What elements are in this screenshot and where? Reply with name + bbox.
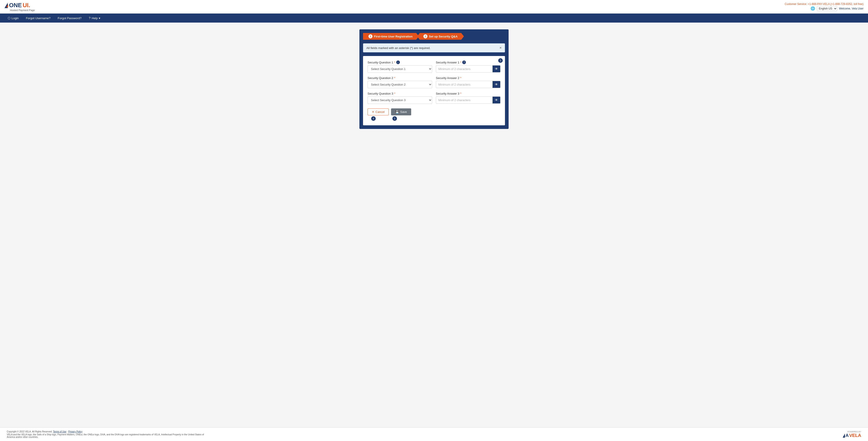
step-2-label: Set up Security Q&A bbox=[429, 35, 458, 38]
footer-text: Copyright © 2022 VELA. All Rights Reserv… bbox=[7, 430, 210, 438]
required-star-a1: * bbox=[460, 61, 461, 64]
form-row-1: Security Question 1 * i Select Security … bbox=[368, 61, 500, 73]
step-2: 2 Set up Security Q&A bbox=[417, 33, 464, 40]
security-answer-3-input[interactable] bbox=[436, 97, 493, 103]
security-answer-1-input[interactable] bbox=[436, 66, 493, 72]
badge-5: 5 bbox=[393, 116, 397, 121]
save-icon: 💾 bbox=[395, 110, 399, 113]
answer-1-label: Security Answer 1 * ? bbox=[436, 61, 500, 64]
language-select[interactable]: English US bbox=[817, 6, 837, 11]
logo-subtitle: Hosted Payment Page bbox=[10, 9, 35, 11]
steps-bar: 1 First-time User Registration 2 Set up … bbox=[363, 33, 505, 40]
answer-3-group: Security Answer 3 * 👁 bbox=[436, 92, 500, 104]
toggle-answer-3-visibility[interactable]: 👁 bbox=[493, 97, 500, 103]
cancel-icon: ✕ bbox=[372, 110, 374, 113]
logo-area: ONEUI. Hosted Payment Page bbox=[4, 2, 35, 11]
footer-description: VELA and the VELA logo, the Sails of a S… bbox=[7, 433, 210, 438]
answer-2-group: Security Answer 2 * 👁 bbox=[436, 76, 500, 88]
welcome-text: Welcome, Vela User bbox=[839, 7, 864, 10]
question-1-label: Security Question 1 * i bbox=[368, 61, 432, 64]
powered-by-text: POWERED BY bbox=[847, 431, 861, 433]
button-row: ✕ Cancel 💾 Save bbox=[368, 108, 500, 115]
nav-login[interactable]: ⬡ Login bbox=[4, 14, 22, 22]
footer-logo-area: POWERED BY A VELA bbox=[843, 431, 861, 438]
toggle-answer-1-visibility[interactable]: 👁 bbox=[493, 66, 500, 72]
nav-help[interactable]: ? Help ▾ bbox=[86, 14, 104, 22]
step-1-label: First-time User Registration bbox=[374, 35, 412, 38]
save-button[interactable]: 💾 Save bbox=[391, 108, 411, 115]
logo-eui-text: UI. bbox=[23, 2, 30, 9]
vela-logo-a: A bbox=[845, 433, 848, 438]
toggle-answer-2-visibility[interactable]: 👁 bbox=[493, 81, 500, 88]
privacy-link[interactable]: Privacy Policy bbox=[68, 430, 82, 433]
globe-icon: 🌐 bbox=[811, 6, 815, 11]
required-star-q2: * bbox=[394, 76, 395, 80]
answer-1-group: 3 Security Answer 1 * ? 👁 bbox=[436, 61, 500, 73]
security-question-2-select[interactable]: Select Security Question 2 bbox=[368, 81, 432, 88]
required-star-a2: * bbox=[460, 76, 461, 80]
footer: Copyright © 2022 VELA. All Rights Reserv… bbox=[0, 428, 868, 441]
alert-required-fields: All fields marked with an asterisk (*) a… bbox=[363, 43, 505, 53]
required-star-q3: * bbox=[394, 92, 395, 95]
terms-link[interactable]: Terms of Use bbox=[53, 430, 66, 433]
info-badge-q1[interactable]: i bbox=[396, 61, 400, 64]
form-row-2: Security Question 2 * Select Security Qu… bbox=[368, 76, 500, 88]
question-3-label: Security Question 3 * bbox=[368, 92, 432, 95]
question-2-label: Security Question 2 * bbox=[368, 76, 432, 80]
question-1-group: Security Question 1 * i Select Security … bbox=[368, 61, 432, 73]
vela-triangle-icon bbox=[843, 434, 845, 438]
button-badges: 4 5 bbox=[368, 116, 500, 121]
required-star-q1: * bbox=[394, 61, 395, 64]
vela-logo-text: VELA bbox=[849, 433, 861, 438]
step-1-num: 1 bbox=[368, 34, 373, 38]
logo-title: ONEUI. bbox=[4, 2, 30, 9]
nav-bar: ⬡ Login Forgot Username? Forgot Password… bbox=[0, 13, 868, 23]
security-question-1-select[interactable]: Select Security Question 1 bbox=[368, 65, 432, 73]
copyright-text: Copyright © 2022 VELA. All Rights Reserv… bbox=[7, 430, 53, 433]
answer-3-label: Security Answer 3 * bbox=[436, 92, 500, 95]
badge-4: 4 bbox=[371, 116, 376, 121]
logo-triangle-orange-icon bbox=[6, 4, 8, 7]
help-icon: ? bbox=[89, 16, 91, 20]
nav-forgot-password[interactable]: Forgot Password? bbox=[55, 15, 85, 22]
form-body: Security Question 1 * i Select Security … bbox=[363, 56, 505, 125]
top-bar: ONEUI. Hosted Payment Page Customer Serv… bbox=[0, 0, 868, 13]
security-question-3-select[interactable]: Select Security Question 3 bbox=[368, 96, 432, 104]
cancel-button[interactable]: ✕ Cancel bbox=[368, 108, 389, 115]
chevron-down-icon: ▾ bbox=[99, 16, 100, 20]
step-1: 1 First-time User Registration bbox=[363, 33, 419, 40]
counter-badge-3: 3 bbox=[498, 58, 503, 63]
answer-3-input-wrapper: 👁 bbox=[436, 96, 500, 104]
info-badge-a1[interactable]: ? bbox=[462, 61, 466, 64]
top-right-area: Customer Service: +1-888-PAY-VELA (+1-88… bbox=[784, 2, 864, 11]
answer-1-input-wrapper: 👁 bbox=[436, 65, 500, 72]
step-2-num: 2 bbox=[423, 34, 428, 38]
login-icon: ⬡ bbox=[8, 16, 10, 20]
vela-logo: A VELA bbox=[843, 433, 861, 438]
form-row-3: Security Question 3 * Select Security Qu… bbox=[368, 92, 500, 104]
customer-service-text: Customer Service: +1-888-PAY-VELA (+1-88… bbox=[784, 2, 864, 6]
logo-one-text: ONE bbox=[9, 2, 22, 9]
nav-forgot-username[interactable]: Forgot Username? bbox=[23, 15, 54, 22]
answer-2-input-wrapper: 👁 bbox=[436, 81, 500, 88]
alert-close-button[interactable]: × bbox=[500, 46, 502, 50]
lang-welcome-area: 🌐 English US Welcome, Vela User bbox=[811, 6, 864, 11]
question-2-group: Security Question 2 * Select Security Qu… bbox=[368, 76, 432, 88]
form-container: 1 First-time User Registration 2 Set up … bbox=[360, 29, 508, 129]
question-3-group: Security Question 3 * Select Security Qu… bbox=[368, 92, 432, 104]
required-star-a3: * bbox=[460, 92, 461, 95]
alert-text: All fields marked with an asterisk (*) a… bbox=[366, 46, 430, 50]
answer-2-label: Security Answer 2 * bbox=[436, 76, 500, 80]
security-answer-2-input[interactable] bbox=[436, 81, 493, 88]
main-content: 1 First-time User Registration 2 Set up … bbox=[0, 23, 868, 136]
